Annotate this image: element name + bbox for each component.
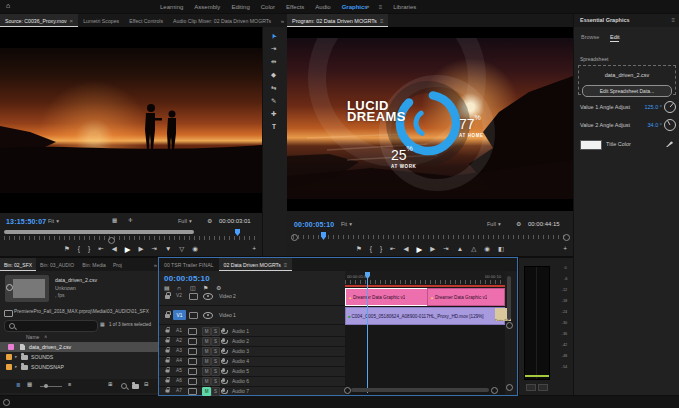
workspace-tab-assembly[interactable]: Assembly	[194, 4, 220, 10]
panel-overflow-icon[interactable]: »	[281, 18, 284, 24]
track-lock-icon[interactable]	[165, 295, 170, 299]
expand-arrow-icon[interactable]: ▸	[15, 364, 17, 369]
mark-in-button[interactable]: {	[370, 246, 372, 253]
solo-button[interactable]: S	[211, 387, 220, 396]
param2-dial-icon[interactable]	[663, 118, 677, 132]
razor-tool-icon[interactable]: ◆	[271, 72, 276, 79]
source-patch-icon[interactable]	[188, 388, 197, 395]
track-target-badge-active[interactable]: V1	[173, 310, 186, 320]
go-to-in-button[interactable]: ⇤	[98, 246, 103, 253]
type-tool-icon[interactable]: T	[272, 124, 276, 131]
sort-options-icon[interactable]: ≡	[68, 382, 71, 388]
track-output-eye-icon[interactable]	[203, 312, 213, 319]
mute-button[interactable]: M	[202, 357, 211, 366]
track-target-badge[interactable]: A4	[176, 358, 182, 363]
workspace-tab-editing[interactable]: Editing	[231, 4, 249, 10]
solo-button[interactable]: S	[211, 367, 220, 376]
selection-tool-icon[interactable]: ➤	[269, 32, 279, 41]
track-target-badge[interactable]: A5	[176, 368, 182, 373]
tab-bin-media[interactable]: Bin: Media	[78, 258, 110, 271]
filter-icon[interactable]: ▦	[100, 322, 105, 327]
track-target-badge[interactable]: A6	[176, 378, 182, 383]
track-height-handle-icon[interactable]	[506, 322, 513, 329]
program-zoom-select[interactable]: Fit▾	[341, 221, 352, 227]
tab-lumetri-scopes[interactable]: Lumetri Scopes	[78, 14, 124, 27]
automate-to-sequence-icon[interactable]: ⊞	[108, 382, 113, 388]
solo-button[interactable]: S	[211, 377, 220, 386]
mic-icon[interactable]	[222, 348, 225, 352]
source-patch-icon[interactable]	[189, 293, 198, 300]
workspace-tab-graphics-active[interactable]: Graphics	[342, 4, 368, 10]
source-patch-icon[interactable]	[188, 358, 197, 365]
pen-tool-icon[interactable]: ✎	[271, 98, 276, 105]
track-lock-icon[interactable]	[165, 314, 170, 318]
tab-program-monitor[interactable]: Program: 02 Data Driven MOGRTs ≡	[287, 14, 388, 27]
mute-button[interactable]: M	[202, 367, 211, 376]
bin-item-name[interactable]: data_driven_2.csv	[29, 344, 71, 350]
export-frame-button[interactable]: ◉	[484, 246, 490, 253]
hscroll-zoom-handle[interactable]	[491, 387, 498, 394]
go-to-out-button[interactable]: ⇥	[151, 246, 156, 253]
source-timecode[interactable]: 13:15:50:07	[6, 218, 46, 225]
panel-overflow-icon[interactable]: »	[154, 262, 157, 268]
bin-row[interactable]: ▸ SOUNDS	[0, 352, 159, 362]
tab-edit[interactable]: Edit	[610, 34, 619, 42]
add-marker-button[interactable]: ⚑	[64, 246, 70, 253]
edit-spreadsheet-button[interactable]: Edit Spreadsheet Data...	[582, 85, 672, 97]
tab-browse[interactable]: Browse	[581, 34, 599, 40]
expand-arrow-icon[interactable]: ▸	[15, 354, 17, 359]
param1-dial-icon[interactable]	[663, 100, 677, 114]
program-timecode[interactable]: 00:00:05:10	[294, 221, 334, 228]
solo-button[interactable]: S	[211, 327, 220, 336]
preview-thumbnail[interactable]	[5, 275, 49, 302]
mic-icon[interactable]	[222, 378, 225, 382]
workspace-tab-learning[interactable]: Learning	[160, 4, 183, 10]
slip-tool-icon[interactable]: ⇆	[271, 85, 276, 92]
zoom-slider-handle[interactable]	[44, 384, 48, 388]
param1-value[interactable]: 125.0 °	[640, 104, 662, 110]
step-forward-button[interactable]: ▶	[430, 246, 435, 253]
mic-icon[interactable]	[222, 338, 225, 342]
bin-row[interactable]: ▸ SOUNDSNAP	[0, 362, 159, 372]
program-resolution-select[interactable]: Full▾	[487, 221, 501, 227]
lift-button[interactable]: ▲	[457, 246, 463, 253]
label-color-chip-orange[interactable]	[6, 354, 12, 360]
mark-in-button[interactable]: {	[78, 246, 80, 253]
tab-effect-controls[interactable]: Effect Controls	[124, 14, 168, 27]
find-icon[interactable]	[121, 383, 127, 389]
workspace-tab-effects[interactable]: Effects	[286, 4, 304, 10]
track-target-badge[interactable]: A1	[176, 328, 182, 333]
new-item-icon[interactable]: ⊟	[144, 382, 149, 388]
button-editor-plus[interactable]: +	[563, 246, 567, 253]
mic-icon[interactable]	[222, 358, 225, 362]
timeline-playhead-line[interactable]	[367, 272, 368, 393]
new-bin-icon[interactable]	[132, 384, 139, 389]
mute-button[interactable]: M	[202, 337, 211, 346]
export-frame-button[interactable]: ◉	[192, 246, 198, 253]
bin-item-name[interactable]: SOUNDSNAP	[31, 364, 64, 370]
play-button[interactable]: ▶	[125, 246, 131, 254]
track-target-badge[interactable]: A7	[176, 388, 182, 393]
go-to-out-button[interactable]: ⇥	[443, 246, 448, 253]
label-color-chip-orange[interactable]	[6, 364, 12, 370]
track-height-handle-icon[interactable]	[506, 384, 513, 391]
source-patch-icon[interactable]	[188, 338, 197, 345]
timeline-timecode[interactable]: 00:00:05:10	[164, 274, 210, 283]
eyedropper-icon[interactable]	[665, 139, 674, 148]
mic-icon[interactable]	[222, 388, 225, 392]
source-resolution-select[interactable]: Full▾	[178, 218, 192, 224]
clip-video[interactable]: ■ C004_C005_05180624_A08900-0117HL_Proxy…	[345, 307, 505, 325]
add-marker-button[interactable]: ⚑	[356, 246, 362, 253]
tab-audio-clip-mixer[interactable]: Audio Clip Mixer: 02 Data Driven MOGRTs	[168, 14, 276, 27]
track-lock-icon[interactable]	[166, 359, 170, 362]
track-lock-icon[interactable]	[166, 329, 170, 332]
column-header-name[interactable]: Name	[26, 334, 39, 340]
hand-tool-icon[interactable]: ✚	[271, 111, 276, 118]
tab-bin-audio[interactable]: Bin: 03_AUDIO	[36, 258, 78, 271]
workspace-tab-audio[interactable]: Audio	[315, 4, 330, 10]
mute-button-active[interactable]: M	[202, 387, 211, 396]
title-color-swatch[interactable]	[580, 140, 602, 150]
source-patch-icon[interactable]	[188, 368, 197, 375]
meter-solo-button[interactable]	[538, 384, 548, 391]
solo-button[interactable]: S	[211, 357, 220, 366]
